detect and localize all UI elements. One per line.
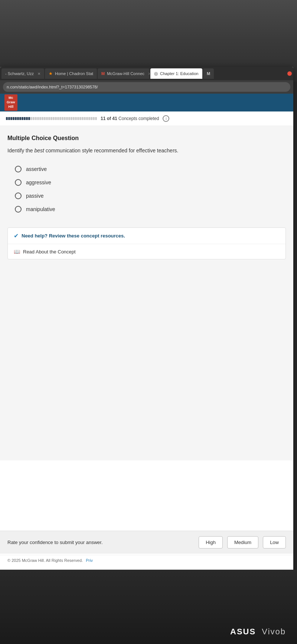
progress-segment [6, 117, 8, 120]
book-icon: 📖 [14, 249, 20, 255]
radio-passive[interactable] [15, 192, 22, 199]
progress-segment [86, 117, 88, 120]
tab-chapter1[interactable]: ◎ Chapter 1: Education ✕ [150, 68, 202, 79]
url-text: n.com/static/awd/index.html?_t=173731302… [7, 85, 98, 89]
progress-segment [8, 117, 10, 120]
confidence-medium-button[interactable]: Medium [227, 536, 258, 548]
copyright-text: © 2025 McGraw Hill. All Rights Reserved. [7, 558, 83, 563]
asus-branding: ASUS Vivob [230, 627, 286, 637]
question-text: Identify the best communication style re… [7, 147, 286, 155]
option-label-passive: passive [26, 193, 43, 199]
progress-section: 11 of 41 Concepts completed i [0, 111, 293, 126]
address-bar-row: n.com/static/awd/index.html?_t=173731302… [0, 80, 293, 94]
progress-segment [46, 117, 48, 120]
footer: © 2025 McGraw Hill. All Rights Reserved.… [0, 555, 293, 566]
progress-segment [33, 117, 35, 120]
mgh-logo: Mc Graw Hill [4, 94, 17, 110]
radio-manipulative[interactable] [15, 206, 22, 213]
progress-segment [13, 117, 14, 120]
tab-label: Chapter 1: Education [160, 71, 198, 76]
progress-label: Concepts completed [118, 116, 159, 121]
bottom-area: ASUS Vivob [0, 570, 297, 644]
progress-segment [17, 117, 19, 120]
info-icon[interactable]: i [163, 115, 169, 122]
tab-home[interactable]: ★ Home | Chadron Stat ✕ [45, 68, 97, 79]
option-assertive[interactable]: assertive [15, 166, 286, 172]
confidence-low-button[interactable]: Low [263, 536, 286, 548]
option-label-manipulative: manipulative [26, 206, 55, 212]
confidence-high-button[interactable]: High [199, 536, 223, 548]
logo-line3: Hill [7, 105, 15, 109]
read-concept-text: Read About the Concept [23, 249, 76, 255]
tab-label: Home | Chadron Stat [55, 71, 93, 76]
read-concept[interactable]: 📖 Read About the Concept [8, 244, 285, 259]
progress-segment [42, 117, 43, 120]
option-label-assertive: assertive [26, 166, 47, 172]
privacy-link[interactable]: Priv [86, 558, 93, 563]
help-header[interactable]: ✔ Need help? Review these concept resour… [8, 228, 285, 244]
progress-segment [93, 117, 95, 120]
tab-bar: - Schwartz, Uzz ✕ ★ Home | Chadron Stat … [0, 67, 293, 80]
confidence-prompt: Rate your confidence to submit your answ… [7, 540, 194, 545]
tab-label: - Schwartz, Uzz [5, 71, 34, 76]
confidence-bar: Rate your confidence to submit your answ… [0, 531, 293, 554]
option-manipulative[interactable]: manipulative [15, 206, 286, 213]
progress-segment [75, 117, 77, 120]
progress-segment [15, 117, 17, 120]
mgh-header: Mc Graw Hill [0, 94, 293, 111]
progress-segment [30, 117, 32, 120]
progress-segment [59, 117, 61, 120]
progress-segment [84, 117, 86, 120]
radio-aggressive[interactable] [15, 179, 22, 186]
progress-segment [22, 117, 23, 120]
tab-close-icon[interactable]: ✕ [148, 72, 150, 76]
main-content: Multiple Choice Question Identify the be… [0, 126, 293, 460]
tab-mcgraw[interactable]: M McGraw-Hill Connec ✕ [98, 68, 150, 79]
progress-segment [39, 117, 41, 120]
answer-options: assertive aggressive passive manipulativ… [15, 166, 286, 213]
help-title: Need help? Review these concept resource… [22, 233, 125, 239]
progress-segment [79, 117, 81, 120]
progress-segment [91, 117, 92, 120]
progress-segment [82, 117, 84, 120]
tab-close-icon[interactable]: ✕ [37, 72, 40, 76]
radio-assertive[interactable] [15, 166, 22, 172]
progress-segment [24, 117, 26, 120]
address-bar[interactable]: n.com/static/awd/index.html?_t=173731302… [3, 82, 290, 92]
progress-segment [28, 117, 30, 120]
progress-segment [88, 117, 90, 120]
question-type: Multiple Choice Question [7, 135, 286, 142]
progress-segment [26, 117, 28, 120]
option-label-aggressive: aggressive [26, 179, 51, 185]
tab-label: McGraw-Hill Connec [107, 71, 144, 76]
tab-schwartz[interactable]: - Schwartz, Uzz ✕ [1, 68, 44, 79]
progress-segment [19, 117, 21, 120]
progress-segment [44, 117, 46, 120]
help-section: ✔ Need help? Review these concept resour… [7, 227, 286, 259]
tab-m-icon: M [101, 71, 105, 76]
option-passive[interactable]: passive [15, 192, 286, 199]
progress-segment [50, 117, 52, 120]
asus-brand: ASUS [230, 627, 256, 636]
check-circle-icon: ✔ [14, 232, 19, 239]
progress-segment [73, 117, 75, 120]
progress-bar [6, 117, 97, 120]
progress-segment [64, 117, 66, 120]
tab-extra[interactable]: M [203, 68, 214, 79]
progress-segment [71, 117, 72, 120]
logo-line2: Graw [7, 100, 15, 105]
progress-text: 11 of 41 Concepts completed [101, 116, 159, 121]
option-aggressive[interactable]: aggressive [15, 179, 286, 186]
question-text-before: Identify the [7, 148, 34, 153]
progress-segment [57, 117, 59, 120]
progress-segment [66, 117, 68, 120]
progress-segment [53, 117, 55, 120]
tab-circle-icon: ◎ [154, 71, 158, 76]
tab-star-icon: ★ [49, 71, 53, 76]
progress-segment [35, 117, 37, 120]
progress-segment [55, 117, 57, 120]
tab-close-icon[interactable]: ✕ [202, 72, 202, 76]
logo-line1: Mc [7, 96, 15, 100]
question-italic: best [34, 148, 44, 153]
browser-close-button[interactable] [287, 71, 292, 76]
